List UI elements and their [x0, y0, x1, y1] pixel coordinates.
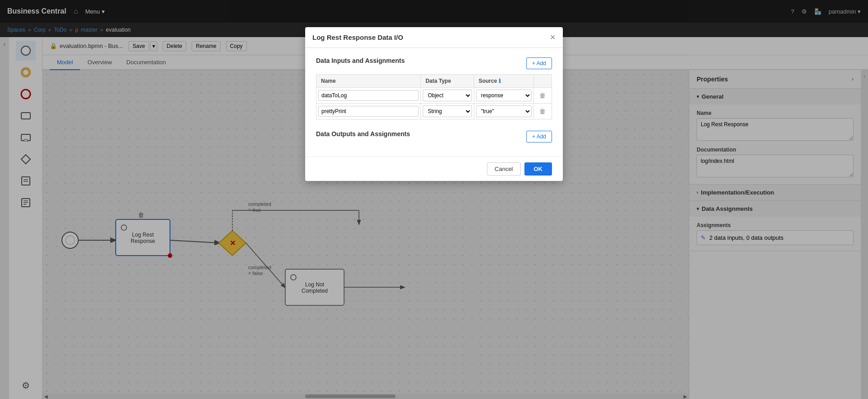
outputs-section-title: Data Outputs and Assignments — [316, 130, 410, 138]
input-source-cell: response "true" completed — [474, 104, 533, 119]
input-name-field-2[interactable] — [318, 106, 419, 117]
inputs-table: Name Data Type Source ℹ — [316, 74, 552, 119]
ok-button[interactable]: OK — [524, 162, 552, 176]
outputs-section-row: Data Outputs and Assignments + Add — [316, 130, 552, 143]
input-type-select-1[interactable]: Object String Integer Boolean — [423, 90, 472, 101]
input-type-select-2[interactable]: Object String Integer Boolean — [423, 105, 472, 117]
inputs-section-title: Data Inputs and Assignments — [316, 57, 405, 64]
cancel-button[interactable]: Cancel — [487, 162, 520, 176]
add-output-button[interactable]: + Add — [526, 131, 552, 142]
input-source-select-1[interactable]: response "true" completed — [476, 90, 532, 101]
modal-footer: Cancel OK — [305, 157, 563, 181]
header-actions — [534, 75, 552, 88]
modal-dialog: Log Rest Response Data I/O ✕ Data Inputs… — [305, 27, 563, 181]
table-row: Object String Integer Boolean response "… — [316, 104, 552, 119]
header-source: Source ℹ — [474, 75, 533, 88]
add-input-button[interactable]: + Add — [526, 57, 552, 69]
input-delete-cell: 🗑 — [534, 104, 552, 119]
modal-close-button[interactable]: ✕ — [550, 34, 556, 41]
input-delete-cell: 🗑 — [534, 88, 552, 104]
input-name-cell — [316, 104, 421, 119]
delete-row-1-button[interactable]: 🗑 — [536, 90, 549, 101]
input-name-field-1[interactable] — [318, 90, 419, 101]
input-type-cell: Object String Integer Boolean — [421, 88, 474, 104]
modal-overlay: Log Rest Response Data I/O ✕ Data Inputs… — [0, 0, 868, 399]
input-name-cell — [316, 88, 421, 104]
table-row: Object String Integer Boolean response "… — [316, 88, 552, 104]
modal-body: Data Inputs and Assignments + Add Name D… — [305, 48, 563, 157]
table-header-row: Name Data Type Source ℹ — [316, 75, 552, 88]
input-source-select-2[interactable]: response "true" completed — [476, 105, 532, 117]
input-source-cell: response "true" completed — [474, 88, 533, 104]
modal-header: Log Rest Response Data I/O ✕ — [305, 27, 563, 48]
source-info-icon: ℹ — [499, 78, 501, 84]
modal-title: Log Rest Response Data I/O — [312, 33, 403, 41]
inputs-section-row: Data Inputs and Assignments + Add — [316, 57, 552, 70]
header-name: Name — [316, 75, 421, 88]
header-datatype: Data Type — [421, 75, 474, 88]
delete-row-2-button[interactable]: 🗑 — [536, 106, 549, 117]
input-type-cell: Object String Integer Boolean — [421, 104, 474, 119]
